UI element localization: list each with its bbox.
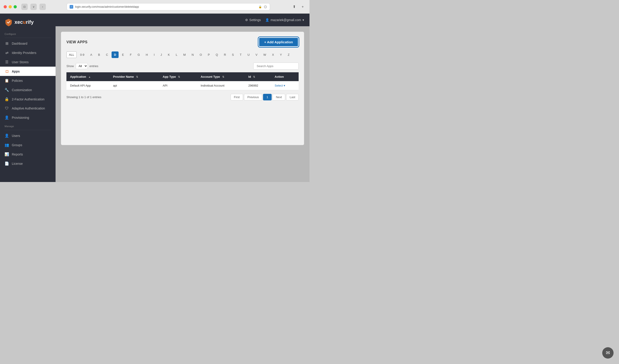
alpha-btn-o[interactable]: O bbox=[197, 51, 204, 58]
alpha-btn-f[interactable]: F bbox=[127, 51, 134, 58]
logo-text: xecurify bbox=[14, 19, 34, 25]
sidebar-item-provisioning[interactable]: 👤 Provisioning bbox=[0, 113, 56, 122]
alpha-btn-c[interactable]: C bbox=[103, 51, 111, 58]
sidebar-item-license[interactable]: 📄 License bbox=[0, 159, 56, 168]
user-label: mazariek@gmail.com bbox=[270, 18, 301, 22]
sidebar-item-dashboard[interactable]: ⊞ Dashboard bbox=[0, 39, 56, 48]
add-application-button[interactable]: + Add Application bbox=[258, 37, 299, 47]
alpha-btn-h[interactable]: H bbox=[143, 51, 150, 58]
select-dropdown-icon[interactable]: ▾ bbox=[284, 84, 285, 87]
col-account-type[interactable]: Account Type ⇅ bbox=[197, 72, 245, 81]
sort-provider-icon: ⇅ bbox=[136, 75, 138, 78]
next-page-btn[interactable]: Next bbox=[273, 94, 285, 100]
sidebar-item-customization[interactable]: 🔧 Customization bbox=[0, 85, 56, 95]
settings-link[interactable]: ⚙ Settings bbox=[245, 18, 261, 22]
previous-page-btn[interactable]: Previous bbox=[244, 94, 262, 100]
lock-icon: 🔒 bbox=[258, 5, 262, 8]
sidebar-item-identity-providers[interactable]: ⇄ Identity Providers bbox=[0, 48, 56, 57]
sidebar-toggle-btn[interactable]: ⊡ bbox=[21, 4, 28, 10]
reload-icon[interactable]: ⊙ bbox=[264, 4, 267, 9]
alpha-btn-z[interactable]: Z bbox=[285, 51, 292, 58]
sort-apptype-icon: ⇅ bbox=[178, 75, 180, 78]
close-traffic-light[interactable] bbox=[4, 5, 7, 8]
favicon: ✓ bbox=[70, 5, 73, 9]
browser-right-controls: ⬆ + bbox=[291, 4, 306, 10]
alpha-btn-y[interactable]: Y bbox=[277, 51, 284, 58]
alpha-btn-g[interactable]: G bbox=[135, 51, 142, 58]
entries-select[interactable]: All 10 25 50 bbox=[76, 63, 88, 69]
main-content: VIEW APPS + Add Application ALL 0-9 A B … bbox=[56, 26, 310, 182]
alpha-btn-i[interactable]: I bbox=[151, 51, 157, 58]
alpha-btn-n[interactable]: N bbox=[189, 51, 196, 58]
alpha-btn-b[interactable]: B bbox=[96, 51, 103, 58]
alpha-btn-l[interactable]: L bbox=[173, 51, 180, 58]
sidebar-item-apps[interactable]: ◻ Apps bbox=[0, 67, 56, 76]
chevron-down-icon: ▾ bbox=[302, 18, 304, 22]
sidebar-item-user-stores[interactable]: ☰ User Stores bbox=[0, 57, 56, 67]
sidebar-item-policies[interactable]: 📋 Policies bbox=[0, 76, 56, 85]
alpha-btn-p[interactable]: P bbox=[205, 51, 212, 58]
new-tab-btn[interactable]: + bbox=[299, 4, 306, 10]
configure-section-label: Configure bbox=[0, 30, 56, 37]
page-1-btn[interactable]: 1 bbox=[263, 94, 271, 100]
col-app-type[interactable]: App Type ⇅ bbox=[159, 72, 197, 81]
alpha-btn-r[interactable]: R bbox=[221, 51, 228, 58]
minimize-traffic-light[interactable] bbox=[9, 5, 12, 8]
alpha-btn-u[interactable]: U bbox=[245, 51, 252, 58]
sort-accounttype-icon: ⇅ bbox=[222, 75, 224, 78]
pagination-controls: First Previous 1 Next Last bbox=[231, 94, 299, 100]
alpha-btn-v[interactable]: V bbox=[253, 51, 260, 58]
traffic-lights bbox=[4, 5, 17, 8]
identity-providers-icon: ⇄ bbox=[4, 51, 9, 55]
sidebar-item-users[interactable]: 👤 Users bbox=[0, 131, 56, 140]
user-stores-icon: ☰ bbox=[4, 60, 9, 64]
browser-nav-controls: ⊡ ∨ ‹ bbox=[21, 4, 46, 10]
settings-label: Settings bbox=[249, 18, 261, 22]
sidebar-item-2fa[interactable]: 🔒 2-Factor Authentication bbox=[0, 95, 56, 104]
alpha-btn-d[interactable]: D bbox=[112, 51, 119, 58]
entries-label: entries bbox=[90, 64, 98, 68]
dropdown-btn[interactable]: ∨ bbox=[30, 4, 37, 10]
alpha-btn-s[interactable]: S bbox=[229, 51, 237, 58]
back-btn[interactable]: ‹ bbox=[40, 4, 46, 10]
sidebar-divider-1 bbox=[4, 38, 51, 38]
maximize-traffic-light[interactable] bbox=[14, 5, 17, 8]
share-btn[interactable]: ⬆ bbox=[291, 4, 297, 10]
alpha-btn-m[interactable]: M bbox=[181, 51, 188, 58]
adaptive-auth-icon: 🛡 bbox=[4, 106, 9, 110]
sidebar-item-label: Users bbox=[12, 134, 20, 138]
alpha-btn-all[interactable]: ALL bbox=[66, 51, 77, 58]
sidebar-item-label: License bbox=[12, 162, 23, 166]
alpha-btn-x[interactable]: X bbox=[270, 51, 277, 58]
alpha-btn-k[interactable]: K bbox=[165, 51, 172, 58]
search-input[interactable] bbox=[253, 63, 299, 70]
card-header: VIEW APPS + Add Application bbox=[66, 37, 299, 47]
apps-icon: ◻ bbox=[4, 69, 9, 73]
apps-table: Application ▲ Provider Name ⇅ App Type ⇅… bbox=[66, 72, 299, 90]
user-menu[interactable]: 👤 mazariek@gmail.com ▾ bbox=[265, 18, 304, 22]
cell-app-type: API bbox=[159, 81, 197, 90]
address-bar[interactable]: ✓ login.xecurify.com/moas/admin/customer… bbox=[67, 3, 270, 10]
select-action-btn[interactable]: Select ▾ bbox=[275, 84, 295, 87]
sidebar-item-label: Reports bbox=[12, 153, 23, 156]
alpha-btn-q[interactable]: Q bbox=[213, 51, 220, 58]
sort-id-icon: ⇅ bbox=[253, 75, 255, 78]
alpha-btn-t[interactable]: T bbox=[237, 51, 244, 58]
alpha-btn-j[interactable]: J bbox=[158, 51, 165, 58]
col-application[interactable]: Application ▲ bbox=[66, 72, 110, 81]
sidebar-item-groups[interactable]: 👥 Groups bbox=[0, 140, 56, 150]
sort-application-icon: ▲ bbox=[88, 75, 91, 78]
col-provider-name[interactable]: Provider Name ⇅ bbox=[110, 72, 159, 81]
select-label: Select bbox=[275, 84, 283, 87]
alpha-btn-e[interactable]: E bbox=[119, 51, 127, 58]
last-page-btn[interactable]: Last bbox=[286, 94, 299, 100]
alpha-btn-a[interactable]: A bbox=[88, 51, 95, 58]
col-id[interactable]: Id ⇅ bbox=[245, 72, 271, 81]
alpha-btn-09[interactable]: 0-9 bbox=[78, 51, 87, 58]
sidebar-item-adaptive-auth[interactable]: 🛡 Adaptive Authentication bbox=[0, 104, 56, 113]
first-page-btn[interactable]: First bbox=[231, 94, 243, 100]
content-card: VIEW APPS + Add Application ALL 0-9 A B … bbox=[61, 32, 304, 145]
sidebar-item-reports[interactable]: 📊 Reports bbox=[0, 150, 56, 159]
dashboard-icon: ⊞ bbox=[4, 41, 9, 45]
alpha-btn-w[interactable]: W bbox=[261, 51, 268, 58]
